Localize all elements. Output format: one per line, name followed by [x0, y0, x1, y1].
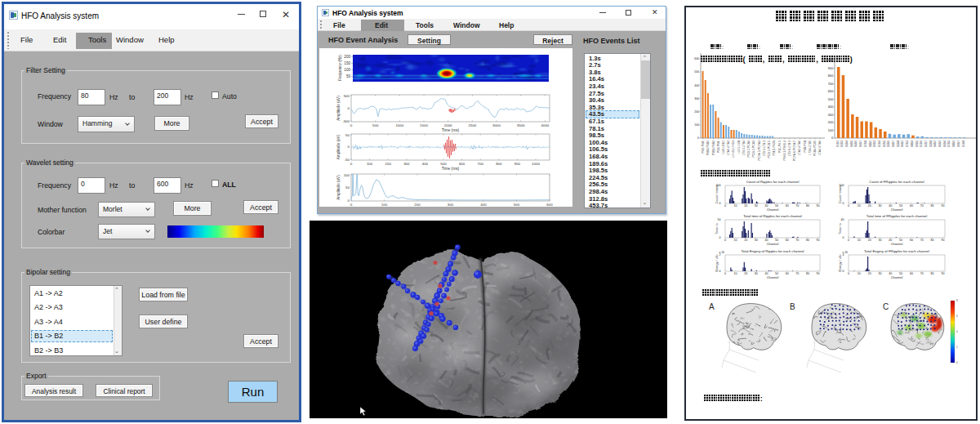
svg-text:P3B1-P4B3: P3B1-P4B3 — [712, 141, 715, 155]
svg-text:B9B5: B9B5 — [915, 141, 919, 147]
svg-text:Energy / uV²: Energy / uV² — [715, 254, 719, 272]
svg-text:900: 900 — [828, 67, 833, 70]
svg-text:0: 0 — [719, 202, 721, 205]
svg-text:200: 200 — [694, 110, 699, 114]
svg-text:2500: 2500 — [469, 123, 477, 127]
svg-text:400: 400 — [828, 105, 833, 109]
svg-text:B5B3: B5B3 — [938, 141, 942, 147]
svg-text:10: 10 — [858, 204, 861, 208]
svg-text:60: 60 — [786, 204, 789, 208]
svg-text:10: 10 — [734, 239, 737, 242]
svg-text:80: 80 — [931, 272, 934, 275]
svg-text:2000: 2000 — [444, 123, 452, 127]
svg-text:90: 90 — [817, 272, 820, 275]
svg-text:Energy / uV²: Energy / uV² — [839, 254, 842, 272]
svg-text:6: 6 — [956, 315, 958, 318]
svg-text:Time / s: Time / s — [715, 223, 719, 234]
svg-text:B5B8: B5B8 — [897, 141, 900, 147]
svg-text:LH 43-U H13: LH 43-U H13 — [732, 141, 735, 157]
svg-text:30: 30 — [755, 204, 758, 208]
svg-text:2: 2 — [719, 253, 721, 257]
svg-text:P4B-P5B: P4B-P5B — [804, 140, 807, 152]
svg-text:Count / times: Count / times — [715, 185, 719, 203]
svg-text:70: 70 — [795, 239, 799, 242]
svg-text:500: 500 — [694, 70, 699, 74]
svg-text:500: 500 — [514, 203, 520, 207]
svg-text:Frequency (Hz): Frequency (Hz) — [338, 55, 342, 81]
svg-text:P31D-P43S: P31D-P43S — [773, 140, 776, 155]
svg-text:20: 20 — [868, 272, 871, 275]
svg-text:70: 70 — [795, 272, 799, 275]
svg-text:60: 60 — [910, 272, 913, 275]
svg-text:20: 20 — [868, 239, 871, 242]
svg-text:0: 0 — [848, 239, 849, 242]
svg-text:400: 400 — [480, 203, 487, 207]
svg-text:3500: 3500 — [517, 123, 525, 127]
svg-text:0: 0 — [348, 106, 350, 110]
svg-text:20: 20 — [744, 204, 747, 208]
svg-text:B2B5: B2B5 — [883, 141, 886, 147]
svg-text:B4B7: B4B7 — [892, 141, 895, 147]
svg-text:LTA3 4 TA6: LTA3 4 TA6 — [798, 141, 801, 155]
svg-text:10: 10 — [734, 272, 737, 275]
svg-text:0: 0 — [843, 202, 844, 205]
svg-text:600: 600 — [828, 90, 833, 93]
svg-text:100: 100 — [828, 129, 833, 132]
svg-text:B3B6: B3B6 — [887, 141, 890, 147]
svg-text:70: 70 — [920, 204, 924, 208]
svg-text:B9B3: B9B3 — [873, 141, 876, 147]
svg-text:0: 0 — [831, 136, 833, 140]
svg-text:200: 200 — [828, 121, 833, 124]
svg-text:B1B8: B1B8 — [962, 141, 965, 147]
svg-text:U4 5-U4B: U4 5-U4B — [737, 140, 741, 153]
svg-text:PCYA 3-PCYA3: PCYA 3-PCYA3 — [758, 141, 761, 160]
svg-text:PCB 2-PCB3: PCB 2-PCB3 — [752, 141, 755, 157]
svg-text:600: 600 — [546, 203, 553, 207]
svg-text:LTA3 4 TA3: LTA3 4 TA3 — [727, 141, 730, 155]
svg-text:2: 2 — [956, 346, 958, 349]
svg-text:C: C — [883, 302, 889, 311]
svg-text:20: 20 — [744, 239, 747, 242]
svg-text:LTB4-LTB5: LTB4-LTB5 — [808, 141, 812, 154]
svg-text:900: 900 — [514, 162, 521, 166]
svg-text:20: 20 — [868, 204, 871, 208]
svg-text:LTB 3-LTB4: LTB 3-LTB4 — [742, 141, 746, 155]
svg-text:70: 70 — [920, 239, 924, 242]
svg-text:B1B4: B1B4 — [878, 141, 881, 147]
svg-text:10: 10 — [734, 204, 737, 208]
svg-text:30: 30 — [879, 239, 882, 242]
svg-text:100: 100 — [694, 123, 699, 127]
svg-text:1000: 1000 — [532, 162, 540, 166]
svg-text:400: 400 — [422, 162, 429, 166]
svg-text:A: A — [709, 302, 715, 311]
svg-text:B7B8: B7B8 — [864, 141, 867, 147]
svg-text:0: 0 — [724, 239, 726, 242]
svg-text:4000: 4000 — [541, 123, 550, 127]
svg-text:P3B'-P4B': P3B'-P4B' — [702, 141, 705, 154]
svg-text:B8B2: B8B2 — [869, 141, 872, 147]
svg-text:0: 0 — [719, 236, 721, 239]
svg-text:600: 600 — [459, 162, 466, 166]
svg-text:0: 0 — [848, 272, 849, 275]
svg-text:x 10: x 10 — [843, 251, 849, 254]
svg-text:400: 400 — [694, 84, 699, 87]
svg-text:200: 200 — [385, 162, 392, 166]
svg-text:70: 70 — [920, 272, 924, 275]
svg-text:B7B5: B7B5 — [947, 141, 951, 147]
svg-text:0: 0 — [697, 136, 699, 140]
svg-text:100: 100 — [344, 173, 350, 177]
svg-text:PCYA 8-PCYA 7: PCYA 8-PCYA 7 — [793, 141, 796, 161]
svg-text:B: B — [790, 302, 795, 311]
svg-text:B8B6: B8B6 — [952, 141, 956, 147]
svg-text:30: 30 — [755, 272, 758, 275]
svg-text:B6B2: B6B2 — [901, 141, 904, 147]
svg-text:50: 50 — [345, 185, 350, 190]
svg-text:B4B2: B4B2 — [933, 141, 937, 147]
svg-text:Channel: Channel — [767, 208, 779, 212]
svg-text:500: 500 — [440, 162, 447, 166]
svg-text:Count of Ripples for each chan: Count of Ripples for each channel — [746, 180, 800, 184]
svg-text:60: 60 — [910, 204, 913, 208]
svg-text:4: 4 — [956, 330, 958, 333]
svg-text:100: 100 — [381, 203, 388, 207]
svg-text:30: 30 — [879, 204, 882, 208]
